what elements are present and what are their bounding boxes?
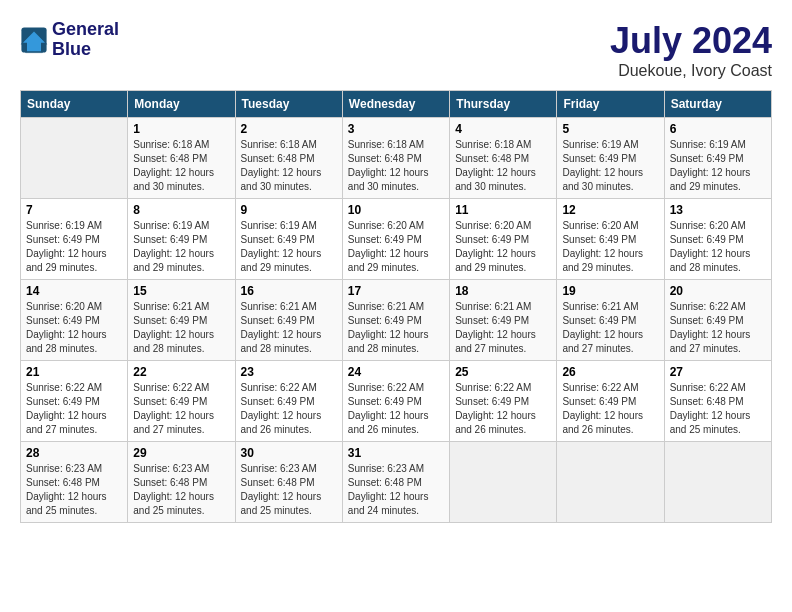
calendar-week-row: 28Sunrise: 6:23 AMSunset: 6:48 PMDayligh…	[21, 442, 772, 523]
day-number: 25	[455, 365, 551, 379]
calendar-cell: 13Sunrise: 6:20 AMSunset: 6:49 PMDayligh…	[664, 199, 771, 280]
calendar-cell	[450, 442, 557, 523]
calendar-cell: 1Sunrise: 6:18 AMSunset: 6:48 PMDaylight…	[128, 118, 235, 199]
calendar-header-cell: Sunday	[21, 91, 128, 118]
calendar-cell: 30Sunrise: 6:23 AMSunset: 6:48 PMDayligh…	[235, 442, 342, 523]
day-info: Sunrise: 6:20 AMSunset: 6:49 PMDaylight:…	[562, 219, 658, 275]
calendar-cell: 20Sunrise: 6:22 AMSunset: 6:49 PMDayligh…	[664, 280, 771, 361]
day-info: Sunrise: 6:22 AMSunset: 6:49 PMDaylight:…	[562, 381, 658, 437]
calendar-cell	[557, 442, 664, 523]
day-info: Sunrise: 6:20 AMSunset: 6:49 PMDaylight:…	[670, 219, 766, 275]
calendar-cell: 31Sunrise: 6:23 AMSunset: 6:48 PMDayligh…	[342, 442, 449, 523]
day-number: 5	[562, 122, 658, 136]
title-area: July 2024 Duekoue, Ivory Coast	[610, 20, 772, 80]
day-number: 29	[133, 446, 229, 460]
day-number: 11	[455, 203, 551, 217]
calendar-cell: 2Sunrise: 6:18 AMSunset: 6:48 PMDaylight…	[235, 118, 342, 199]
main-title: July 2024	[610, 20, 772, 62]
day-info: Sunrise: 6:21 AMSunset: 6:49 PMDaylight:…	[562, 300, 658, 356]
calendar-header-cell: Saturday	[664, 91, 771, 118]
calendar-table: SundayMondayTuesdayWednesdayThursdayFrid…	[20, 90, 772, 523]
day-number: 9	[241, 203, 337, 217]
day-number: 27	[670, 365, 766, 379]
page-header: General Blue July 2024 Duekoue, Ivory Co…	[20, 20, 772, 80]
calendar-week-row: 1Sunrise: 6:18 AMSunset: 6:48 PMDaylight…	[21, 118, 772, 199]
calendar-header-cell: Thursday	[450, 91, 557, 118]
day-number: 6	[670, 122, 766, 136]
day-info: Sunrise: 6:18 AMSunset: 6:48 PMDaylight:…	[455, 138, 551, 194]
logo-text: General Blue	[52, 20, 119, 60]
calendar-cell: 15Sunrise: 6:21 AMSunset: 6:49 PMDayligh…	[128, 280, 235, 361]
day-number: 13	[670, 203, 766, 217]
day-info: Sunrise: 6:20 AMSunset: 6:49 PMDaylight:…	[348, 219, 444, 275]
calendar-cell: 22Sunrise: 6:22 AMSunset: 6:49 PMDayligh…	[128, 361, 235, 442]
day-number: 16	[241, 284, 337, 298]
day-info: Sunrise: 6:21 AMSunset: 6:49 PMDaylight:…	[241, 300, 337, 356]
day-info: Sunrise: 6:22 AMSunset: 6:49 PMDaylight:…	[670, 300, 766, 356]
calendar-cell: 25Sunrise: 6:22 AMSunset: 6:49 PMDayligh…	[450, 361, 557, 442]
logo-icon	[20, 26, 48, 54]
day-info: Sunrise: 6:19 AMSunset: 6:49 PMDaylight:…	[241, 219, 337, 275]
day-number: 20	[670, 284, 766, 298]
day-info: Sunrise: 6:18 AMSunset: 6:48 PMDaylight:…	[241, 138, 337, 194]
day-info: Sunrise: 6:20 AMSunset: 6:49 PMDaylight:…	[26, 300, 122, 356]
calendar-cell: 29Sunrise: 6:23 AMSunset: 6:48 PMDayligh…	[128, 442, 235, 523]
day-number: 28	[26, 446, 122, 460]
day-number: 22	[133, 365, 229, 379]
day-info: Sunrise: 6:23 AMSunset: 6:48 PMDaylight:…	[26, 462, 122, 518]
calendar-header-row: SundayMondayTuesdayWednesdayThursdayFrid…	[21, 91, 772, 118]
day-info: Sunrise: 6:22 AMSunset: 6:48 PMDaylight:…	[670, 381, 766, 437]
day-number: 30	[241, 446, 337, 460]
calendar-header-cell: Friday	[557, 91, 664, 118]
day-info: Sunrise: 6:23 AMSunset: 6:48 PMDaylight:…	[348, 462, 444, 518]
day-number: 19	[562, 284, 658, 298]
calendar-cell: 21Sunrise: 6:22 AMSunset: 6:49 PMDayligh…	[21, 361, 128, 442]
calendar-week-row: 7Sunrise: 6:19 AMSunset: 6:49 PMDaylight…	[21, 199, 772, 280]
day-info: Sunrise: 6:22 AMSunset: 6:49 PMDaylight:…	[455, 381, 551, 437]
day-info: Sunrise: 6:19 AMSunset: 6:49 PMDaylight:…	[133, 219, 229, 275]
day-number: 24	[348, 365, 444, 379]
calendar-cell: 4Sunrise: 6:18 AMSunset: 6:48 PMDaylight…	[450, 118, 557, 199]
day-number: 26	[562, 365, 658, 379]
calendar-week-row: 14Sunrise: 6:20 AMSunset: 6:49 PMDayligh…	[21, 280, 772, 361]
calendar-cell: 16Sunrise: 6:21 AMSunset: 6:49 PMDayligh…	[235, 280, 342, 361]
calendar-cell: 23Sunrise: 6:22 AMSunset: 6:49 PMDayligh…	[235, 361, 342, 442]
day-info: Sunrise: 6:20 AMSunset: 6:49 PMDaylight:…	[455, 219, 551, 275]
day-number: 15	[133, 284, 229, 298]
day-info: Sunrise: 6:18 AMSunset: 6:48 PMDaylight:…	[348, 138, 444, 194]
day-number: 10	[348, 203, 444, 217]
calendar-cell: 27Sunrise: 6:22 AMSunset: 6:48 PMDayligh…	[664, 361, 771, 442]
day-number: 8	[133, 203, 229, 217]
calendar-header-cell: Monday	[128, 91, 235, 118]
calendar-cell: 19Sunrise: 6:21 AMSunset: 6:49 PMDayligh…	[557, 280, 664, 361]
day-info: Sunrise: 6:23 AMSunset: 6:48 PMDaylight:…	[241, 462, 337, 518]
day-info: Sunrise: 6:18 AMSunset: 6:48 PMDaylight:…	[133, 138, 229, 194]
calendar-body: 1Sunrise: 6:18 AMSunset: 6:48 PMDaylight…	[21, 118, 772, 523]
calendar-cell: 3Sunrise: 6:18 AMSunset: 6:48 PMDaylight…	[342, 118, 449, 199]
day-info: Sunrise: 6:19 AMSunset: 6:49 PMDaylight:…	[26, 219, 122, 275]
day-info: Sunrise: 6:21 AMSunset: 6:49 PMDaylight:…	[455, 300, 551, 356]
day-number: 7	[26, 203, 122, 217]
calendar-cell: 14Sunrise: 6:20 AMSunset: 6:49 PMDayligh…	[21, 280, 128, 361]
day-info: Sunrise: 6:21 AMSunset: 6:49 PMDaylight:…	[133, 300, 229, 356]
day-number: 31	[348, 446, 444, 460]
day-number: 18	[455, 284, 551, 298]
calendar-week-row: 21Sunrise: 6:22 AMSunset: 6:49 PMDayligh…	[21, 361, 772, 442]
calendar-cell: 9Sunrise: 6:19 AMSunset: 6:49 PMDaylight…	[235, 199, 342, 280]
calendar-cell: 10Sunrise: 6:20 AMSunset: 6:49 PMDayligh…	[342, 199, 449, 280]
day-info: Sunrise: 6:22 AMSunset: 6:49 PMDaylight:…	[133, 381, 229, 437]
day-info: Sunrise: 6:19 AMSunset: 6:49 PMDaylight:…	[670, 138, 766, 194]
day-number: 14	[26, 284, 122, 298]
day-number: 12	[562, 203, 658, 217]
calendar-cell	[21, 118, 128, 199]
calendar-cell: 6Sunrise: 6:19 AMSunset: 6:49 PMDaylight…	[664, 118, 771, 199]
calendar-cell: 11Sunrise: 6:20 AMSunset: 6:49 PMDayligh…	[450, 199, 557, 280]
calendar-cell: 26Sunrise: 6:22 AMSunset: 6:49 PMDayligh…	[557, 361, 664, 442]
day-info: Sunrise: 6:21 AMSunset: 6:49 PMDaylight:…	[348, 300, 444, 356]
calendar-cell: 5Sunrise: 6:19 AMSunset: 6:49 PMDaylight…	[557, 118, 664, 199]
logo: General Blue	[20, 20, 119, 60]
calendar-cell: 7Sunrise: 6:19 AMSunset: 6:49 PMDaylight…	[21, 199, 128, 280]
subtitle: Duekoue, Ivory Coast	[610, 62, 772, 80]
day-number: 1	[133, 122, 229, 136]
calendar-header-cell: Wednesday	[342, 91, 449, 118]
